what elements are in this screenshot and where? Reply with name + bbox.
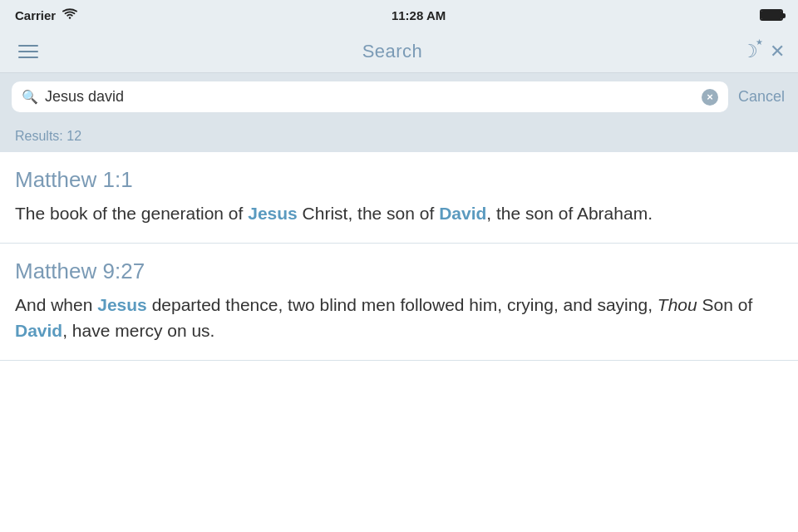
status-right [760,9,783,21]
highlight-david: David [439,204,486,223]
result-text: And when Jesus departed thence, two blin… [15,293,783,343]
result-item[interactable]: Matthew 9:27 And when Jesus departed the… [0,244,798,361]
carrier-label: Carrier [15,8,56,22]
results-count: Results: 12 [15,129,81,143]
nav-title: Search [362,41,423,62]
italic-thou: Thou [658,295,697,314]
menu-button[interactable] [13,40,43,63]
search-input[interactable] [45,88,695,106]
wifi-icon [62,8,77,22]
close-button[interactable]: ✕ [770,41,785,62]
nav-actions: ☽ ★ ✕ [741,41,785,62]
highlight-jesus: Jesus [248,204,298,223]
status-bar: Carrier 11:28 AM [0,0,798,30]
search-bar-container: 🔍 × Cancel [0,73,798,121]
search-icon: 🔍 [22,89,38,105]
result-reference: Matthew 1:1 [15,167,783,193]
result-text: The book of the generation of Jesus Chri… [15,201,783,226]
cancel-button[interactable]: Cancel [736,85,786,109]
results-list: Matthew 1:1 The book of the generation o… [0,152,798,532]
status-left: Carrier [15,8,77,22]
search-field: 🔍 × [12,81,728,112]
result-reference: Matthew 9:27 [15,259,783,284]
battery-icon [760,9,783,21]
search-clear-button[interactable]: × [702,89,718,106]
night-mode-button[interactable]: ☽ ★ [741,41,758,62]
nav-bar: Search ☽ ★ ✕ [0,30,798,73]
status-time: 11:28 AM [392,8,446,22]
result-item[interactable]: Matthew 1:1 The book of the generation o… [0,152,798,244]
highlight-david: David [15,321,62,340]
star-icon: ★ [756,37,763,47]
highlight-jesus: Jesus [97,295,147,314]
results-header: Results: 12 [0,121,798,152]
